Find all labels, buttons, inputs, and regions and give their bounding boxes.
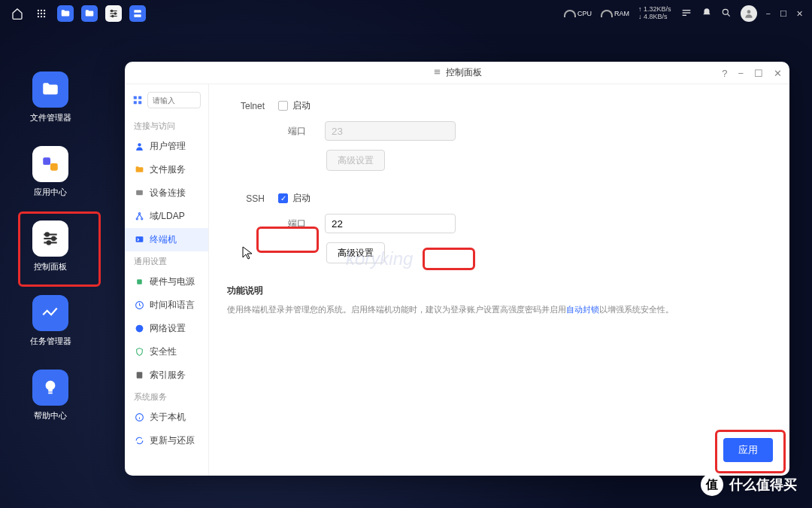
desktop-file-manager[interactable]: 文件管理器 — [21, 71, 80, 123]
svg-point-0 — [38, 10, 39, 11]
apps-grid-icon[interactable] — [33, 5, 50, 22]
sidebar-item-time[interactable]: 时间和语言 — [125, 294, 208, 317]
svg-rect-50 — [136, 372, 142, 379]
telnet-port-input — [325, 121, 456, 141]
shield-icon — [134, 347, 144, 357]
sidebar-grid-icon[interactable] — [132, 95, 143, 105]
svg-point-3 — [38, 13, 39, 14]
info-icon — [134, 412, 144, 423]
control-panel-sidebar: 连接与访问 用户管理 文件服务 设备连接 域/LDAP 终端机 通用设置 硬件与… — [125, 84, 209, 476]
sidebar-item-security[interactable]: 安全性 — [125, 340, 208, 364]
telnet-port-label: 端口 — [278, 125, 316, 138]
panel-close-icon[interactable]: ✕ — [774, 68, 782, 79]
cpu-gauge: CPU — [564, 10, 592, 17]
sidebar-item-about[interactable]: 关于本机 — [125, 406, 208, 429]
desktop-app-center[interactable]: 应用中心 — [21, 146, 80, 198]
svg-point-43 — [141, 218, 142, 220]
svg-point-8 — [44, 16, 45, 17]
svg-rect-16 — [134, 14, 141, 17]
ldap-icon — [134, 211, 144, 222]
window-min-icon[interactable]: − — [766, 9, 771, 18]
ssh-advanced-button[interactable]: 高级设置 — [326, 242, 385, 263]
user-icon — [134, 141, 144, 152]
avatar[interactable] — [741, 5, 757, 22]
svg-rect-47 — [137, 279, 142, 284]
ssh-label: SSH — [227, 193, 265, 204]
ssh-enable-checkbox[interactable]: ✓ — [278, 193, 288, 203]
svg-point-39 — [138, 143, 141, 146]
svg-point-12 — [111, 10, 113, 11]
desc-text: 使用终端机登录并管理您的系统。启用终端机功能时，建议为登录账户设置高强度密码并启… — [227, 303, 771, 317]
telnet-enable-text: 启动 — [292, 99, 311, 112]
telnet-advanced-button: 高级设置 — [326, 150, 385, 171]
terminal-settings-content: Telnet 启动 端口 高级设置 SSH ✓ 启动 端口 高级设置 — [209, 84, 789, 476]
svg-point-20 — [723, 9, 728, 14]
sidebar-item-terminal[interactable]: 终端机 — [125, 228, 208, 251]
telnet-label: Telnet — [227, 101, 265, 111]
window-close-icon[interactable]: ✕ — [796, 9, 803, 19]
desktop-control-panel[interactable]: 控制面板 — [21, 221, 80, 272]
ssh-port-label: 端口 — [278, 217, 316, 230]
sidebar-item-fileservice[interactable]: 文件服务 — [125, 158, 208, 181]
ssh-port-input[interactable] — [325, 214, 456, 233]
sidebar-item-device[interactable]: 设备连接 — [125, 181, 208, 205]
index-icon — [134, 370, 144, 381]
svg-point-42 — [136, 218, 138, 220]
svg-point-1 — [41, 10, 42, 11]
svg-point-41 — [138, 213, 140, 214]
sidebar-item-ldap[interactable]: 域/LDAP — [125, 205, 208, 228]
svg-point-6 — [38, 16, 39, 17]
desktop-task-manager[interactable]: 任务管理器 — [21, 295, 80, 347]
svg-point-22 — [747, 10, 750, 14]
panel-title: 控制面板 — [446, 66, 482, 79]
svg-line-21 — [727, 14, 729, 17]
auto-block-link[interactable]: 自动封锁 — [566, 305, 599, 314]
list-icon[interactable] — [680, 7, 692, 20]
telnet-enable-checkbox[interactable] — [278, 101, 288, 111]
sidebar-item-users[interactable]: 用户管理 — [125, 135, 208, 158]
refresh-icon — [134, 436, 144, 446]
panel-min-icon[interactable]: − — [738, 68, 744, 79]
search-icon[interactable] — [721, 8, 732, 20]
apply-button[interactable]: 应用 — [723, 438, 773, 462]
network-icon — [134, 324, 144, 334]
sidebar-group-conn: 连接与访问 — [125, 116, 208, 135]
device-icon — [134, 188, 144, 199]
svg-point-4 — [41, 13, 42, 14]
home-icon[interactable] — [9, 5, 26, 22]
svg-rect-23 — [43, 157, 50, 165]
svg-rect-15 — [134, 10, 141, 13]
svg-line-45 — [139, 214, 141, 218]
desktop-help-center[interactable]: 帮助中心 — [21, 370, 80, 421]
svg-point-29 — [52, 237, 55, 240]
panel-help[interactable]: ? — [722, 68, 727, 79]
control-panel-window: 控制面板 ? − ☐ ✕ 连接与访问 用户管理 文件服务 设备连接 域/LDAP… — [125, 62, 789, 476]
window-max-icon[interactable]: ☐ — [780, 9, 787, 19]
svg-rect-46 — [135, 236, 143, 242]
desc-title: 功能说明 — [227, 284, 771, 297]
sidebar-item-network[interactable]: 网络设置 — [125, 317, 208, 340]
svg-rect-24 — [50, 163, 58, 171]
folder-icon[interactable] — [57, 5, 74, 22]
svg-point-7 — [41, 16, 42, 17]
svg-point-28 — [46, 233, 49, 236]
svg-point-5 — [44, 13, 45, 14]
folder-alt-icon[interactable] — [81, 5, 98, 22]
folder-icon — [134, 165, 144, 175]
server-icon[interactable] — [129, 5, 146, 22]
sliders-icon[interactable] — [105, 5, 122, 22]
sidebar-item-index[interactable]: 索引服务 — [125, 364, 208, 387]
svg-point-13 — [114, 13, 116, 14]
sidebar-item-hardware[interactable]: 硬件与电源 — [125, 270, 208, 294]
svg-rect-35 — [134, 96, 137, 99]
sidebar-item-update[interactable]: 更新与还原 — [125, 429, 208, 452]
svg-rect-38 — [138, 101, 141, 104]
svg-point-14 — [112, 15, 114, 17]
bell-icon[interactable] — [701, 8, 712, 20]
net-speed: ↑ 1.32KB/s↓ 4.8KB/s — [638, 6, 671, 21]
svg-line-44 — [137, 214, 139, 218]
panel-max-icon[interactable]: ☐ — [754, 68, 763, 79]
svg-rect-37 — [134, 101, 137, 104]
sidebar-search-input[interactable] — [147, 92, 201, 108]
ram-gauge: RAM — [601, 10, 629, 17]
